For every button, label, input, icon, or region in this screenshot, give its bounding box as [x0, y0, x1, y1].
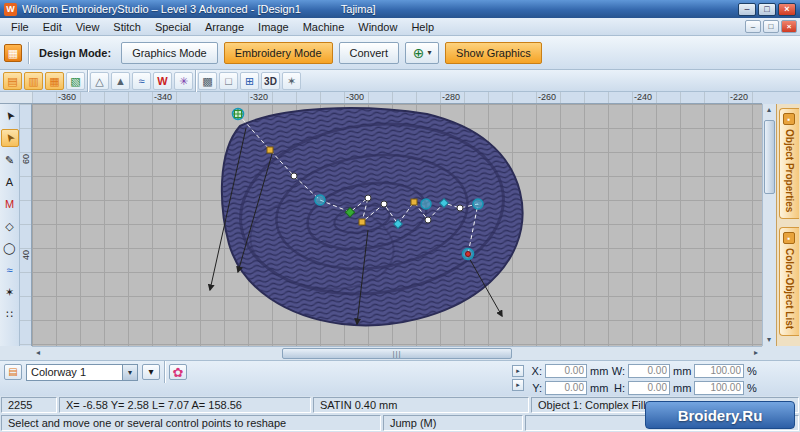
menu-arrange[interactable]: Arrange	[198, 19, 251, 35]
cursor-coordinates: X= -6.58 Y= 2.58 L= 7.07 A= 158.56	[59, 397, 311, 413]
menu-machine[interactable]: Machine	[296, 19, 352, 35]
close-button[interactable]: ×	[778, 3, 796, 16]
scale-y-unit: %	[747, 382, 765, 394]
stitch-points-tool-icon[interactable]: ∷	[1, 305, 19, 323]
select-tool-icon[interactable]: ➤	[1, 107, 19, 125]
separator	[87, 70, 88, 92]
reshape-tool-icon[interactable]: ➤	[1, 129, 19, 147]
closed-shape-tool-icon[interactable]: ◇	[1, 217, 19, 235]
monogram-tool-icon[interactable]: M	[1, 195, 19, 213]
star-fill-tool-icon[interactable]: ✶	[1, 283, 19, 301]
y-input[interactable]	[545, 381, 587, 395]
thread-colors-icon[interactable]: ▤	[4, 364, 22, 380]
menu-help[interactable]: Help	[404, 19, 441, 35]
vertical-scrollbar[interactable]: ▴ ▾	[762, 104, 776, 346]
motif-fill-icon[interactable]: ▧	[66, 72, 85, 90]
stitch-mode-icon[interactable]: ▦	[4, 44, 22, 62]
3d-view-button[interactable]: 3D	[261, 72, 280, 90]
mdi-restore-button[interactable]: □	[763, 20, 779, 33]
scroll-left-icon[interactable]: ◂	[32, 347, 44, 359]
window-title-doc: Tajima]	[341, 3, 376, 15]
x-input[interactable]	[545, 364, 587, 378]
scroll-down-icon[interactable]: ▾	[763, 334, 775, 346]
menu-window[interactable]: Window	[351, 19, 404, 35]
show-graphics-button[interactable]: Show Graphics	[445, 42, 542, 64]
ruler-label: -360	[58, 92, 76, 102]
select-arrow-glyph: ➤	[0, 108, 18, 125]
separator	[164, 361, 165, 383]
colorway-select[interactable]: Colorway 1 ▾	[26, 364, 138, 381]
ruler-label: 60	[21, 153, 31, 165]
tatami-stitch-icon[interactable]: ▦	[45, 72, 64, 90]
ref-point-button[interactable]: ▸	[512, 365, 524, 377]
h-input[interactable]	[628, 381, 670, 395]
mdi-close-button[interactable]: ×	[781, 20, 797, 33]
complex-fill-icon[interactable]: ▩	[198, 72, 217, 90]
star-tool-icon[interactable]: ✶	[282, 72, 301, 90]
tab-color-object-list[interactable]: ▪ Color-Object List	[779, 227, 799, 336]
tab-label: Color-Object List	[784, 248, 795, 329]
motif-run-icon[interactable]: W	[153, 72, 172, 90]
w-input[interactable]	[628, 364, 670, 378]
colorway-value: Colorway 1	[27, 366, 122, 378]
star-burst-icon[interactable]: ✳	[174, 72, 193, 90]
convert-label: Convert	[350, 47, 389, 59]
mdi-minimize-button[interactable]: –	[745, 20, 761, 33]
menu-special[interactable]: Special	[148, 19, 198, 35]
zigzag-stitch-icon[interactable]: ▤	[3, 72, 22, 90]
horizontal-scroll-thumb[interactable]: |||	[282, 348, 512, 359]
ref-scale-button[interactable]: ▸	[512, 379, 524, 391]
separator	[195, 70, 196, 92]
menu-view[interactable]: View	[69, 19, 107, 35]
docked-panel-tabs: ▪ Object Properties ▪ Color-Object List	[776, 104, 800, 346]
graphics-mode-button[interactable]: Graphics Mode	[121, 42, 218, 64]
column-b-icon[interactable]: ▲	[111, 72, 130, 90]
outline-icon[interactable]: □	[219, 72, 238, 90]
vertical-ruler: 60 40	[20, 104, 32, 346]
properties-icon: ▪	[783, 113, 795, 125]
grid-toggle-icon[interactable]: ⊞	[240, 72, 259, 90]
chevron-down-icon: ▾	[427, 48, 431, 57]
chevron-down-icon[interactable]: ▾	[122, 365, 137, 380]
y-unit: mm	[590, 382, 608, 394]
minimize-button[interactable]: –	[738, 3, 756, 16]
scale-y-input[interactable]	[694, 381, 744, 395]
hoop-globe-button[interactable]: ⊕ ▾	[405, 42, 439, 64]
tab-object-properties[interactable]: ▪ Object Properties	[779, 108, 799, 219]
menu-file[interactable]: File	[4, 19, 36, 35]
satin-stitch-icon[interactable]: ▥	[24, 72, 43, 90]
run-tool-icon[interactable]: ≈	[1, 261, 19, 279]
stitch-count: 2255	[1, 397, 57, 413]
menu-stitch[interactable]: Stitch	[106, 19, 148, 35]
maximize-button[interactable]: □	[758, 3, 776, 16]
ellipse-tool-icon[interactable]: ◯	[1, 239, 19, 257]
x-unit: mm	[590, 365, 608, 377]
colorway-options-button[interactable]: ▾	[142, 364, 160, 380]
embroidery-object[interactable]	[222, 108, 523, 325]
pencil-tool-icon[interactable]: ✎	[1, 151, 19, 169]
scroll-corner	[762, 346, 800, 360]
vertical-scroll-thumb[interactable]	[764, 120, 775, 194]
menu-image[interactable]: Image	[251, 19, 296, 35]
scroll-up-icon[interactable]: ▴	[763, 104, 775, 116]
scale-x-input[interactable]	[694, 364, 744, 378]
ruler-label: -240	[634, 92, 652, 102]
app-window: W Wilcom EmbroideryStudio – Level 3 Adva…	[0, 0, 800, 432]
lettering-tool-icon[interactable]: A	[1, 173, 19, 191]
stitch-toolbar: ▤ ▥ ▦ ▧ △ ▲ ≈ W ✳ ▩ □ ⊞ 3D ✶	[0, 70, 800, 92]
design-canvas[interactable]	[32, 104, 762, 346]
transform-panel: ▸ ▸ X: mm W: mm % Y: mm H: mm	[528, 362, 796, 396]
menu-bar: File Edit View Stitch Special Arrange Im…	[0, 18, 800, 36]
column-a-icon[interactable]: △	[90, 72, 109, 90]
ruler-corner	[0, 92, 32, 104]
ruler-label: -260	[538, 92, 556, 102]
window-title: Wilcom EmbroideryStudio – Level 3 Advanc…	[22, 3, 301, 15]
convert-button[interactable]: Convert	[339, 42, 400, 64]
horizontal-scrollbar[interactable]: ◂ ||| ▸	[32, 346, 762, 360]
scroll-right-icon[interactable]: ▸	[750, 347, 762, 359]
watermark-badge: Broidery.Ru	[645, 401, 795, 429]
embroidery-mode-button[interactable]: Embroidery Mode	[224, 42, 333, 64]
run-stitch-icon[interactable]: ≈	[132, 72, 151, 90]
color-wheel-icon[interactable]: ✿	[169, 364, 187, 380]
menu-edit[interactable]: Edit	[36, 19, 69, 35]
